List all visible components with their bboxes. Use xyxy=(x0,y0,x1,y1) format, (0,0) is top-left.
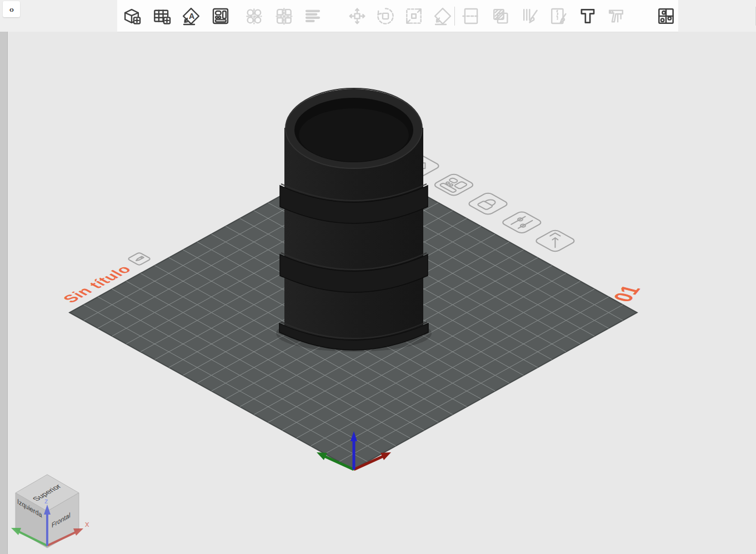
tb-split-to-parts-icon[interactable] xyxy=(272,4,296,28)
plate-settings-icon[interactable] xyxy=(500,211,543,234)
tb-variable-layer-height-icon[interactable] xyxy=(301,4,325,28)
tb-mesh-boolean-icon[interactable] xyxy=(488,4,513,28)
tb-split-to-objects-icon[interactable] xyxy=(242,4,266,28)
cube-axis-x-label: x xyxy=(85,519,89,528)
viewport-3d[interactable]: Sin título 01 xyxy=(0,0,756,554)
svg-text:A: A xyxy=(189,12,194,21)
move-plate-icon[interactable] xyxy=(534,229,576,252)
tb-measure-icon[interactable] xyxy=(604,4,628,28)
tb-scale-icon[interactable] xyxy=(402,4,426,28)
top-header: A xyxy=(0,0,756,32)
tb-seam-painting-icon[interactable] xyxy=(546,4,570,28)
left-panel-splitter[interactable] xyxy=(0,0,8,554)
lock-plate-icon[interactable] xyxy=(467,192,509,216)
cube-axis-z-label: z xyxy=(44,497,48,505)
tb-text-shape-icon[interactable] xyxy=(575,4,600,28)
tb-add-model-icon[interactable] xyxy=(119,4,144,28)
tb-rotate-icon[interactable] xyxy=(373,4,398,28)
model-oil-barrel[interactable]: PETRON xyxy=(279,88,441,350)
arrange-plate-icon[interactable] xyxy=(433,173,475,197)
view-cube[interactable]: Superior Izquierda Frontal y x z xyxy=(3,475,89,548)
tb-add-plate-icon[interactable] xyxy=(149,4,174,28)
tb-cut-icon[interactable] xyxy=(459,4,483,28)
tb-arrange-icon[interactable] xyxy=(208,4,233,28)
tb-place-on-face-icon[interactable] xyxy=(430,4,455,28)
tb-support-painting-icon[interactable] xyxy=(518,4,542,28)
tb-assembly-view-icon[interactable] xyxy=(654,4,678,28)
edit-plate-name-icon[interactable] xyxy=(127,252,151,265)
sidebar-collapse-toggle[interactable]: ‹› xyxy=(3,1,20,17)
tb-auto-orient-icon[interactable]: A xyxy=(179,4,203,28)
tb-move-icon[interactable] xyxy=(345,4,369,28)
main-toolbar: A xyxy=(117,0,678,32)
